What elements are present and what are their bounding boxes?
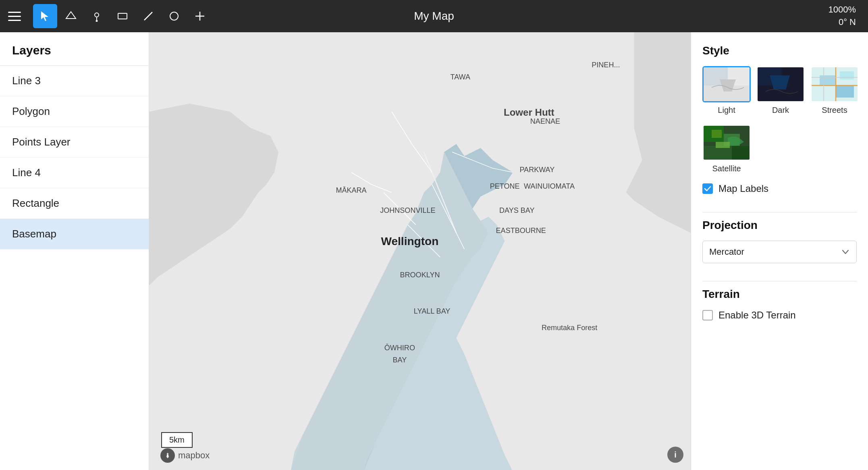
layer-item-polygon[interactable]: Polygon [0,96,149,127]
tool-marker[interactable] [85,4,109,28]
svg-point-4 [96,21,98,22]
svg-rect-38 [840,71,854,79]
svg-point-7 [170,12,178,20]
style-label-satellite: Satellite [712,164,741,173]
style-option-satellite[interactable]: Satellite [702,125,751,173]
svg-text:LYALL BAY: LYALL BAY [414,307,451,315]
svg-point-2 [95,13,99,17]
map-title: My Map [414,10,454,23]
terrain-checkbox-label: Enable 3D Terrain [718,310,796,321]
map-labels-row: Map Labels [702,183,857,194]
mapbox-logo-icon [160,448,175,463]
divider-2 [702,281,857,281]
style-thumb-streets [810,66,859,102]
style-label-light: Light [718,106,735,115]
style-label-dark: Dark [772,106,789,115]
style-thumb-dark [756,66,805,102]
svg-text:PARKWAY: PARKWAY [519,166,554,174]
svg-rect-35 [778,83,786,89]
svg-text:PINEH...: PINEH... [592,61,620,69]
layer-item-basemap[interactable]: Basemap [0,219,149,250]
svg-text:Lower Hutt: Lower Hutt [504,107,554,118]
tool-cursor[interactable] [33,4,57,28]
terrain-section: Terrain Enable 3D Terrain [702,288,857,321]
style-section-title: Style [702,44,857,57]
mapbox-logo-text: mapbox [178,450,210,461]
layers-header: Layers [0,32,149,66]
svg-marker-0 [41,11,48,21]
svg-rect-50 [716,142,730,148]
map-labels-checkbox[interactable] [702,183,713,194]
tool-polygon[interactable] [59,4,83,28]
svg-text:EASTBOURNE: EASTBOURNE [496,227,546,235]
svg-rect-47 [704,146,732,161]
projection-select[interactable]: Mercator [702,241,857,263]
svg-text:BROOKLYN: BROOKLYN [400,271,440,279]
style-section: Style Light [702,44,857,183]
svg-marker-1 [66,12,76,19]
svg-text:Remutaka Forest: Remutaka Forest [542,324,597,332]
svg-text:NAENAE: NAENAE [530,117,560,125]
style-option-light[interactable]: Light [702,66,751,115]
tool-circle[interactable] [162,4,186,28]
tool-rectangle[interactable] [110,4,135,28]
projection-section: Projection Mercator [702,219,857,263]
layer-item-points-layer[interactable]: Points Layer [0,127,149,158]
tool-add[interactable] [188,4,212,28]
style-thumb-light [702,66,751,102]
svg-text:WAINUIOMATA: WAINUIOMATA [524,182,575,190]
mapbox-logo: mapbox [160,448,210,463]
layers-sidebar: Layers Line 3 Polygon Points Layer Line … [0,32,149,470]
terrain-checkbox[interactable] [702,310,713,320]
svg-text:ŌWHIRO: ŌWHIRO [384,344,415,352]
style-grid-row2: Satellite [702,125,857,173]
zoom-info: 1000% 0° N [828,4,856,29]
layer-item-line3[interactable]: Line 3 [0,66,149,96]
map-canvas[interactable]: JOHNSONVILLE NAENAE Lower Hutt TAWA PINE… [149,32,691,470]
svg-text:TAWA: TAWA [451,73,470,81]
svg-text:PETONE: PETONE [490,182,520,190]
svg-rect-39 [836,85,854,98]
layer-item-line4[interactable]: Line 4 [0,158,149,188]
svg-line-6 [144,12,152,20]
svg-text:BAY: BAY [392,356,407,364]
svg-rect-48 [712,130,722,138]
svg-text:JOHNSONVILLE: JOHNSONVILLE [380,206,435,214]
style-option-dark[interactable]: Dark [756,66,805,115]
svg-text:Wellington: Wellington [381,235,438,247]
divider-1 [702,212,857,212]
style-grid: Light Dark [702,66,857,115]
projection-title: Projection [702,219,857,232]
layer-item-rectangle[interactable]: Rectangle [0,188,149,219]
svg-point-29 [167,455,168,456]
scale-bar: 5km [161,432,193,448]
terrain-title: Terrain [702,288,857,301]
tool-line[interactable] [136,4,160,28]
svg-text:DAYS BAY: DAYS BAY [499,206,535,214]
svg-rect-5 [118,13,127,19]
svg-rect-49 [732,146,751,161]
right-panel: Style Light [691,32,868,470]
style-option-streets[interactable]: Streets [810,66,859,115]
style-thumb-satellite [702,125,751,161]
svg-text:MĀKARA: MĀKARA [336,186,366,194]
svg-rect-37 [820,75,836,85]
info-button[interactable]: i [667,447,683,463]
map-labels-label: Map Labels [718,183,768,194]
menu-button[interactable] [8,6,28,26]
main-area: Layers Line 3 Polygon Points Layer Line … [0,32,868,470]
terrain-checkbox-row: Enable 3D Terrain [702,310,857,321]
toolbar: My Map 1000% 0° N [0,0,868,32]
style-label-streets: Streets [822,106,847,115]
